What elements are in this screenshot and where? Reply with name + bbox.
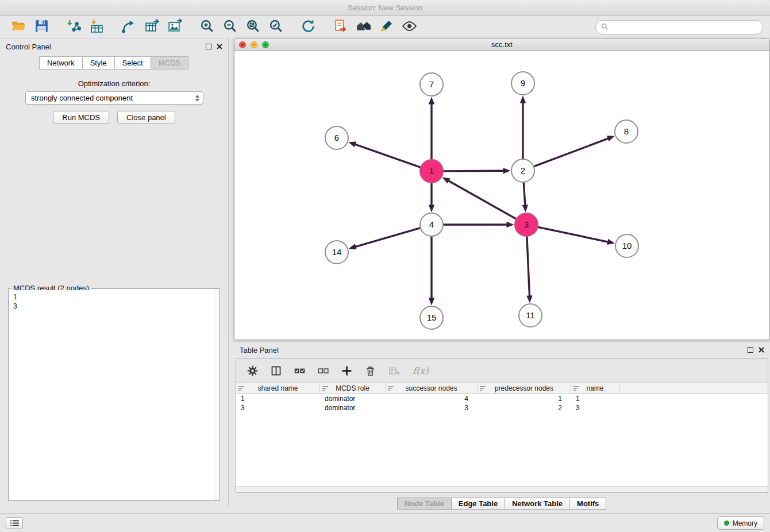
zoom-fit-button[interactable] (241, 18, 264, 37)
import-table-button[interactable] (85, 18, 108, 37)
tab-motifs[interactable]: Motifs (569, 498, 606, 510)
optimization-criterion-label: Optimization criterion: (0, 79, 228, 88)
graph-node-3[interactable]: 3 (515, 213, 538, 236)
table-box: f(x) shared nameMCDS rolesuccessor nodes… (236, 358, 768, 493)
tab-mcds[interactable]: MCDS (151, 56, 188, 70)
tab-select[interactable]: Select (114, 56, 151, 70)
table-tabs: Node TableEdge TableNetwork TableMotifs (234, 498, 770, 510)
table-hscrollbar[interactable] (236, 486, 768, 492)
tab-edge-table[interactable]: Edge Table (451, 498, 505, 510)
window-title: Session: New Session (348, 3, 422, 12)
graph-edge-3-1[interactable] (448, 180, 516, 219)
network-window-titlebar[interactable]: scc.txt (234, 38, 769, 51)
svg-text:11: 11 (526, 310, 535, 320)
graph-edge-3-11[interactable] (527, 236, 530, 296)
export-network-button[interactable] (117, 18, 140, 37)
network-canvas[interactable]: 7968124314101511 (234, 51, 769, 340)
search-box[interactable] (595, 20, 763, 34)
network-file-button[interactable] (329, 18, 352, 37)
graph-node-7[interactable]: 7 (420, 73, 443, 96)
graph-node-1[interactable]: 1 (420, 160, 443, 183)
homes-icon (356, 18, 371, 36)
graph-edge-4-14[interactable] (355, 228, 421, 247)
run-mcds-button[interactable]: Run MCDS (53, 111, 109, 124)
export-image-button[interactable] (163, 18, 186, 37)
select-all-icon[interactable] (292, 364, 306, 378)
task-history-button[interactable] (6, 517, 23, 529)
table-cell: 1 (236, 394, 320, 403)
dropdown-arrows-icon (195, 94, 200, 102)
pencil-button[interactable] (375, 18, 398, 37)
open-session-button[interactable] (7, 18, 30, 37)
graph-edge-arrow (442, 178, 451, 184)
graph-edge-2-3[interactable] (523, 182, 525, 206)
graph-edge-1-2[interactable] (443, 171, 504, 171)
add-icon[interactable] (340, 364, 353, 378)
graph-node-10[interactable]: 10 (615, 234, 638, 257)
gear-icon[interactable] (245, 364, 259, 378)
titlebar: Session: New Session (0, 0, 770, 16)
memory-button[interactable]: Memory (717, 516, 764, 530)
float-panel-icon[interactable] (206, 44, 211, 49)
delete-table-icon[interactable] (387, 364, 401, 378)
save-session-button[interactable] (30, 18, 53, 37)
eye-button[interactable] (398, 18, 421, 37)
graph-edge-arrow (526, 295, 532, 303)
refresh-layout-button[interactable] (297, 18, 319, 37)
tab-network[interactable]: Network (39, 56, 83, 70)
folder-icon (11, 18, 26, 36)
table-panel: Table Panel f(x) shared nameMCDS rolesuc… (234, 342, 770, 511)
graph-node-9[interactable]: 9 (511, 72, 534, 95)
trash-icon[interactable] (363, 364, 377, 378)
table-row[interactable]: 3dominator323 (236, 403, 768, 413)
optimization-criterion-select[interactable]: strongly connected component (25, 91, 203, 105)
graph-node-15[interactable]: 15 (420, 306, 443, 329)
homes-button[interactable] (352, 18, 375, 37)
column-header-name[interactable]: name (571, 383, 619, 394)
tab-network-table[interactable]: Network Table (505, 498, 570, 510)
graph-node-4[interactable]: 4 (420, 213, 443, 236)
table-toolbar: f(x) (236, 359, 768, 383)
columns-icon[interactable] (269, 364, 283, 378)
table-row[interactable]: 1dominator411 (236, 394, 768, 403)
search-input[interactable] (611, 23, 757, 32)
tab-node-table[interactable]: Node Table (397, 498, 452, 510)
export-table-button[interactable] (140, 18, 163, 37)
mcds-result-lines: 13 (9, 290, 213, 500)
zoom-in-button[interactable] (195, 18, 218, 37)
close-table-panel-icon[interactable] (759, 347, 764, 353)
graph-edge-1-6[interactable] (355, 144, 421, 167)
minimize-window-icon[interactable] (251, 41, 257, 48)
column-header-successor-nodes[interactable]: successor nodes (386, 383, 478, 394)
table-panel-title: Table Panel (240, 346, 279, 354)
import-network-button[interactable] (62, 18, 85, 37)
zoom-selected-button[interactable] (264, 18, 287, 37)
svg-text:2: 2 (521, 165, 525, 175)
table-panel-header: Table Panel (234, 342, 770, 357)
function-icon[interactable]: f(x) (410, 365, 428, 376)
float-table-panel-icon[interactable] (748, 347, 753, 353)
column-header-label: successor nodes (405, 384, 457, 392)
deselect-all-icon[interactable] (316, 364, 330, 378)
close-panel-button[interactable]: Close panel (117, 111, 175, 124)
graph-node-8[interactable]: 8 (615, 120, 638, 143)
zoom-out-button[interactable] (218, 18, 241, 37)
graph-node-6[interactable]: 6 (325, 126, 348, 149)
table-cell: 4 (386, 394, 478, 403)
table-cell: 1 (571, 394, 619, 403)
graph-node-14[interactable]: 14 (325, 241, 348, 264)
column-header-shared-name[interactable]: shared name (236, 383, 320, 394)
result-scrollbar[interactable] (214, 289, 220, 500)
column-header-predecessor-nodes[interactable]: predecessor nodes (478, 383, 571, 394)
graph-node-2[interactable]: 2 (511, 159, 534, 182)
close-window-icon[interactable] (239, 41, 246, 48)
zoom-window-icon[interactable] (262, 41, 269, 48)
tab-style[interactable]: Style (82, 56, 115, 70)
graph-node-11[interactable]: 11 (519, 304, 542, 327)
graph-edge-2-8[interactable] (534, 138, 609, 167)
memory-status-dot (724, 521, 729, 526)
network-file-icon (333, 18, 348, 36)
close-panel-icon[interactable] (217, 44, 222, 49)
column-header-mcds-role[interactable]: MCDS role (320, 383, 386, 394)
graph-edge-3-10[interactable] (538, 227, 609, 242)
